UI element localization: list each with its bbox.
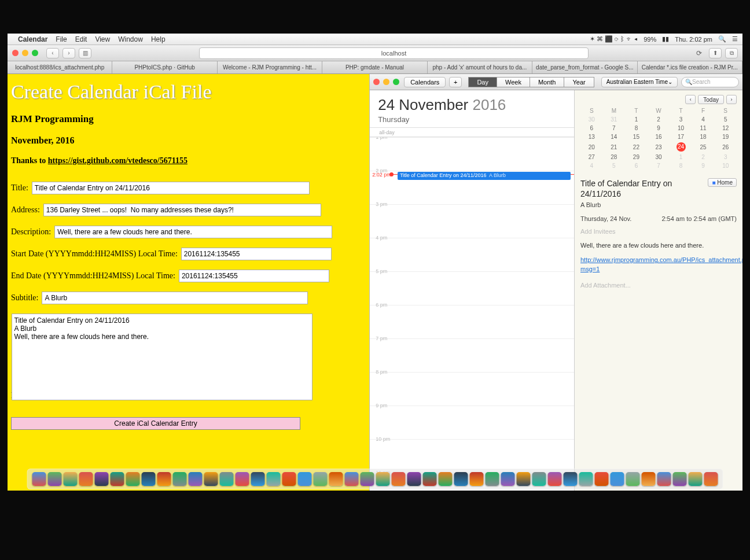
dock-icon[interactable] bbox=[251, 472, 265, 486]
mini-cal-day[interactable]: 8 bbox=[625, 124, 648, 132]
mini-cal-day[interactable]: 10 bbox=[714, 161, 737, 170]
dock-icon[interactable] bbox=[470, 472, 484, 486]
dock-icon[interactable] bbox=[95, 472, 109, 486]
mini-cal-day[interactable]: 13 bbox=[580, 132, 603, 141]
dock-icon[interactable] bbox=[642, 472, 656, 486]
dock-icon[interactable] bbox=[517, 472, 531, 486]
mini-calendar[interactable]: SMTWTFS303112345678910111213141516171819… bbox=[580, 106, 737, 170]
mini-cal-day[interactable]: 7 bbox=[603, 124, 626, 132]
input-start[interactable] bbox=[181, 248, 332, 260]
mini-cal-day[interactable]: 29 bbox=[625, 153, 648, 161]
dock-icon[interactable] bbox=[548, 472, 562, 486]
mini-cal-day[interactable]: 8 bbox=[670, 161, 692, 170]
mini-cal-day[interactable]: 31 bbox=[603, 115, 626, 124]
dock-icon[interactable] bbox=[282, 472, 296, 486]
mini-cal-day[interactable]: 11 bbox=[692, 124, 715, 132]
menu-file[interactable]: File bbox=[56, 35, 67, 43]
spotlight-icon[interactable]: 🔍 bbox=[718, 35, 726, 43]
timezone-select[interactable]: Australian Eastern Time ⌄ bbox=[601, 77, 678, 87]
mini-cal-day[interactable]: 18 bbox=[692, 132, 715, 141]
calendar-search[interactable]: 🔍 Search bbox=[681, 77, 739, 87]
dock-icon[interactable] bbox=[611, 472, 624, 486]
dock-icon[interactable] bbox=[267, 472, 281, 486]
mini-cal-day[interactable]: 22 bbox=[625, 141, 648, 153]
menu-window[interactable]: Window bbox=[118, 35, 143, 43]
input-address[interactable] bbox=[43, 204, 321, 216]
mini-cal-day[interactable]: 5 bbox=[714, 115, 737, 124]
window-traffic-lights[interactable] bbox=[12, 50, 38, 56]
mini-cal-day[interactable]: 14 bbox=[603, 132, 626, 141]
mini-cal-day[interactable]: 1 bbox=[625, 115, 648, 124]
mini-cal-day[interactable]: 27 bbox=[580, 153, 603, 161]
dock-icon[interactable] bbox=[173, 472, 187, 486]
mini-cal-day[interactable]: 6 bbox=[580, 124, 603, 132]
safari-tab[interactable]: date_parse_from_format - Google S... bbox=[532, 61, 637, 73]
input-title[interactable] bbox=[32, 182, 310, 194]
mini-cal-day[interactable]: 12 bbox=[714, 124, 737, 132]
menu-view[interactable]: View bbox=[95, 35, 110, 43]
mini-cal-day[interactable]: 10 bbox=[670, 124, 692, 132]
dock-icon[interactable] bbox=[189, 472, 203, 486]
inspector-datetime[interactable]: Thursday, 24 Nov. 2:54 am to 2:54 am (GM… bbox=[580, 215, 737, 222]
mini-cal-day[interactable]: 20 bbox=[580, 141, 603, 153]
mini-cal-day[interactable]: 7 bbox=[648, 161, 670, 170]
mini-cal-day[interactable]: 3 bbox=[714, 153, 737, 161]
inspector-description[interactable]: Well, there are a few clouds here and th… bbox=[580, 242, 737, 249]
dock-icon[interactable] bbox=[657, 472, 671, 486]
notification-icon[interactable]: ☰ bbox=[732, 35, 738, 43]
submit-button[interactable]: Create iCal Calendar Entry bbox=[11, 417, 300, 430]
mini-cal-day[interactable]: 30 bbox=[648, 153, 670, 161]
dock-icon[interactable] bbox=[532, 472, 546, 486]
mini-cal-day[interactable]: 21 bbox=[603, 141, 626, 153]
inspector-url[interactable]: http://www.rjmprogramming.com.au/PHP/ics… bbox=[580, 256, 737, 274]
safari-tab[interactable]: php - Add 'x' amount of hours to da... bbox=[428, 61, 532, 73]
url-bar[interactable]: localhost bbox=[199, 47, 589, 59]
dock-icon[interactable] bbox=[345, 472, 359, 486]
mini-cal-day[interactable]: 23 bbox=[648, 141, 670, 153]
dock-icon[interactable] bbox=[126, 472, 140, 486]
dock-icon[interactable] bbox=[454, 472, 468, 486]
back-button[interactable]: ‹ bbox=[46, 48, 59, 58]
dock-icon[interactable] bbox=[314, 472, 328, 486]
add-button[interactable]: + bbox=[449, 77, 462, 87]
safari-tab[interactable]: Calendar *.ics file creation - RJM Pr... bbox=[638, 61, 742, 73]
input-subtitle[interactable] bbox=[42, 292, 308, 304]
menu-edit[interactable]: Edit bbox=[75, 35, 87, 43]
dock-icon[interactable] bbox=[704, 472, 718, 486]
dock-icon[interactable] bbox=[392, 472, 406, 486]
menubar-app[interactable]: Calendar bbox=[18, 35, 47, 43]
mini-cal-day[interactable]: 9 bbox=[648, 124, 670, 132]
dock-icon[interactable] bbox=[157, 472, 171, 486]
safari-tab[interactable]: PHPtoICS.php · GitHub bbox=[112, 61, 217, 73]
mini-cal-day[interactable]: 15 bbox=[625, 132, 648, 141]
dock-icon[interactable] bbox=[64, 472, 78, 486]
share-button[interactable]: ⬆ bbox=[709, 48, 722, 58]
dock[interactable]: // placeholder dock icons bbox=[27, 469, 723, 489]
mini-cal-day[interactable]: 4 bbox=[692, 115, 715, 124]
view-day[interactable]: Day bbox=[468, 77, 497, 87]
dock-icon[interactable] bbox=[595, 472, 609, 486]
mini-cal-day[interactable]: 30 bbox=[580, 115, 603, 124]
dock-icon[interactable] bbox=[689, 472, 703, 486]
dock-icon[interactable] bbox=[329, 472, 343, 486]
dock-icon[interactable] bbox=[361, 472, 374, 486]
calendars-button[interactable]: Calendars bbox=[404, 77, 446, 87]
prev-month[interactable]: ‹ bbox=[685, 95, 696, 104]
mini-cal-day[interactable]: 24 bbox=[670, 141, 692, 153]
mini-cal-day[interactable]: 4 bbox=[580, 161, 603, 170]
mini-cal-day[interactable]: 2 bbox=[692, 153, 715, 161]
dock-icon[interactable] bbox=[579, 472, 593, 486]
mini-cal-day[interactable]: 16 bbox=[648, 132, 670, 141]
textarea-event[interactable]: Title of Calendar Entry on 24/11/2016 A … bbox=[12, 314, 312, 400]
invitees-placeholder[interactable]: Add Invitees bbox=[580, 228, 737, 235]
thanks-link[interactable]: https://gist.github.com/vtedesco/5671155 bbox=[48, 156, 188, 165]
forward-button[interactable]: › bbox=[62, 48, 75, 58]
input-description[interactable] bbox=[54, 226, 332, 238]
hours-grid[interactable]: 2:02 pm Title of Calendar Entry on 24/11… bbox=[370, 137, 574, 491]
dock-icon[interactable] bbox=[439, 472, 453, 486]
dock-icon[interactable] bbox=[376, 472, 390, 486]
view-week[interactable]: Week bbox=[497, 77, 530, 87]
reload-icon[interactable]: ⟳ bbox=[696, 49, 705, 57]
mini-cal-day[interactable]: 26 bbox=[714, 141, 737, 153]
mini-cal-day[interactable]: 6 bbox=[625, 161, 648, 170]
